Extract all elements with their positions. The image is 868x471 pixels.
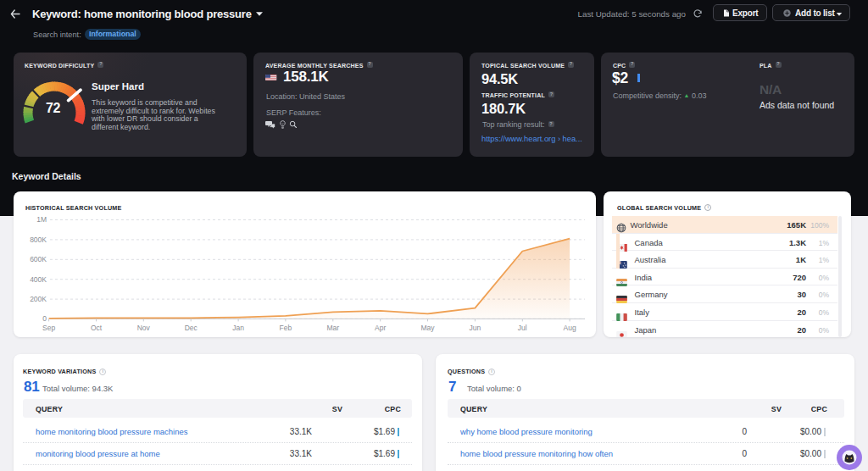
svg-text:600K: 600K: [30, 255, 47, 263]
svg-text:400K: 400K: [30, 275, 47, 284]
svg-text:Mar: Mar: [326, 324, 339, 332]
svg-text:Jul: Jul: [518, 324, 527, 332]
svg-text:Apr: Apr: [375, 324, 386, 332]
svg-text:1M: 1M: [36, 215, 47, 224]
svg-text:Nov: Nov: [137, 324, 151, 332]
svg-text:200K: 200K: [30, 295, 47, 303]
svg-text:Oct: Oct: [91, 324, 103, 332]
svg-text:Aug: Aug: [564, 324, 576, 332]
svg-text:May: May: [420, 324, 435, 332]
svg-text:Sep: Sep: [42, 324, 55, 332]
svg-text:Dec: Dec: [185, 324, 198, 332]
svg-text:Feb: Feb: [280, 324, 292, 332]
svg-text:Jan: Jan: [232, 324, 244, 332]
svg-text:Jun: Jun: [470, 324, 481, 332]
svg-text:800K: 800K: [30, 236, 47, 244]
svg-text:0: 0: [42, 314, 47, 323]
